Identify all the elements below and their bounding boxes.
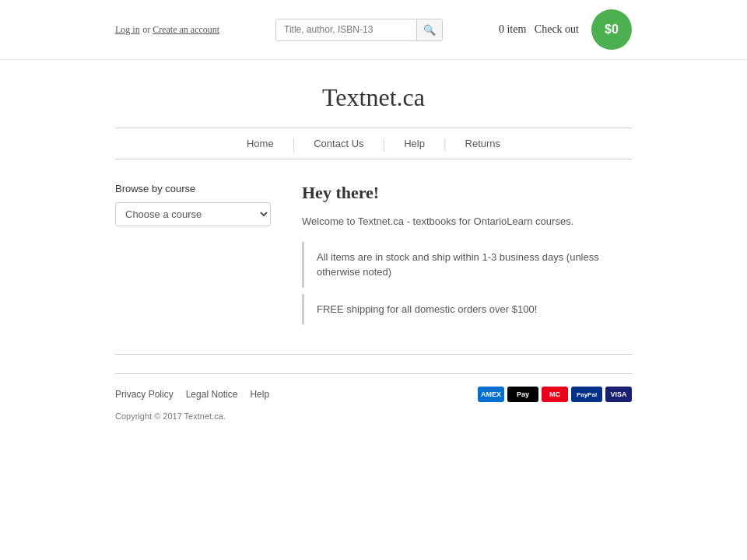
info-box-2: FREE shipping for all domestic orders ov…: [302, 294, 632, 325]
content-heading: Hey there!: [302, 183, 632, 203]
header: Log in or Create an account 🔍 0 item Che…: [0, 0, 747, 60]
course-select[interactable]: Choose a course: [115, 202, 271, 226]
amex-icon: AMEX: [478, 387, 504, 402]
create-account-link[interactable]: Create an account: [153, 24, 219, 35]
apple-pay-icon: Pay: [507, 387, 538, 402]
nav-home[interactable]: Home: [228, 128, 293, 159]
search-button[interactable]: 🔍: [416, 19, 442, 40]
footer-privacy[interactable]: Privacy Policy: [115, 389, 174, 400]
or-text: or: [142, 24, 153, 35]
welcome-text: Welcome to Textnet.ca - textbooks for On…: [302, 214, 632, 229]
cart-button[interactable]: $0: [591, 9, 632, 50]
sidebar-label: Browse by course: [115, 183, 271, 194]
main-nav: Home | Contact Us | Help | Returns: [115, 128, 632, 159]
nav-returns[interactable]: Returns: [447, 128, 520, 159]
mastercard-icon: MC: [542, 387, 568, 402]
footer: Privacy Policy Legal Notice Help AMEX Pa…: [0, 374, 747, 408]
footer-legal[interactable]: Legal Notice: [186, 389, 238, 400]
site-title: Textnet.ca: [0, 60, 747, 128]
checkout-link[interactable]: Check out: [535, 23, 579, 35]
sidebar: Browse by course Choose a course: [115, 183, 271, 331]
auth-links: Log in or Create an account: [115, 23, 219, 36]
nav-help[interactable]: Help: [385, 128, 444, 159]
cart-count: 0 item: [499, 23, 526, 35]
cart-area: 0 item Check out $0: [499, 9, 632, 50]
paypal-icon: PayPal: [571, 387, 602, 402]
info-box-1: All items are in stock and ship within 1…: [302, 242, 632, 288]
content-area: Hey there! Welcome to Textnet.ca - textb…: [302, 183, 632, 331]
info-text-1: All items are in stock and ship within 1…: [317, 250, 619, 280]
search-input[interactable]: [276, 19, 416, 40]
payment-icons: AMEX Pay MC PayPal VISA: [478, 387, 632, 402]
nav-contact[interactable]: Contact Us: [295, 128, 382, 159]
cart-info: 0 item Check out: [499, 23, 579, 36]
visa-icon: VISA: [605, 387, 632, 402]
footer-links: Privacy Policy Legal Notice Help: [115, 389, 269, 400]
main-content: Browse by course Choose a course Hey the…: [115, 159, 632, 354]
footer-help[interactable]: Help: [250, 389, 269, 400]
search-bar: 🔍: [275, 19, 443, 41]
copyright: Copyright © 2017 Textnet.ca.: [0, 408, 747, 433]
login-link[interactable]: Log in: [115, 24, 140, 35]
info-text-2: FREE shipping for all domestic orders ov…: [317, 302, 619, 317]
